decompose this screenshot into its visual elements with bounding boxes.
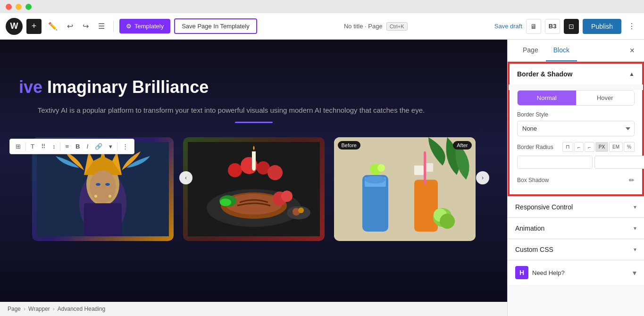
ft-divider [25, 142, 26, 151]
breadcrumb-page[interactable]: Page [8, 306, 21, 312]
image-card-drinks[interactable]: Before After [334, 137, 476, 241]
svg-point-27 [298, 208, 304, 213]
save-templately-button[interactable]: Save Page In Templately [174, 18, 257, 34]
help-logo: H [515, 266, 528, 279]
state-tabs: Normal Hover [517, 90, 635, 106]
b3-button[interactable]: B3 [545, 19, 560, 34]
responsive-control-header[interactable]: Responsive Control ▾ [508, 197, 644, 217]
responsive-chevron-icon: ▾ [634, 204, 636, 210]
breadcrumb-wrapper[interactable]: Wrapper [28, 306, 50, 312]
svg-rect-35 [424, 151, 426, 184]
ft-divider-3 [117, 142, 117, 151]
ft-drag-button[interactable]: ⠿ [38, 141, 49, 152]
keyboard-shortcut: Ctrl+K [386, 22, 408, 31]
heading-accent: ive [19, 77, 42, 97]
ft-more-button[interactable]: ⋮ [119, 141, 131, 152]
carousel-left-arrow[interactable]: ‹ [179, 171, 192, 184]
help-chevron-icon: ▾ [633, 268, 636, 277]
templately-button[interactable]: ⚙ Templately [119, 19, 170, 33]
preview-button[interactable]: 🖥 [526, 19, 541, 34]
ft-dropdown-button[interactable]: ▾ [106, 141, 115, 152]
minimize-button[interactable] [16, 4, 22, 10]
food-illustration [188, 142, 320, 236]
corner-all-button[interactable]: ⊓ [562, 142, 573, 152]
drag-icon: ⠿ [41, 143, 46, 150]
svg-point-6 [96, 183, 100, 186]
panel-tabs: Page Block × [508, 40, 644, 62]
animation-section: Animation ▾ [508, 217, 644, 239]
more-options-button[interactable]: ⋮ [625, 19, 638, 33]
tab-page[interactable]: Page [515, 40, 546, 61]
corner-link-button[interactable]: ⌐ [585, 142, 594, 152]
breadcrumb: Page › Wrapper › Advanced Heading [0, 302, 507, 316]
pencil-button[interactable]: ✏️ [45, 19, 60, 33]
ft-text-button[interactable]: T [28, 141, 37, 152]
svg-point-38 [440, 214, 455, 229]
undo-icon: ↩ [67, 22, 73, 31]
list-view-button[interactable]: ☰ [95, 19, 108, 33]
text-icon: T [31, 143, 34, 150]
border-style-label: Border Style [517, 111, 635, 118]
border-radius-unit-buttons: ⊓ ⌐ ⌐ PX EM % [562, 142, 635, 152]
maximize-button[interactable] [25, 4, 32, 10]
responsive-control-section: Responsive Control ▾ [508, 196, 644, 217]
ft-link-button[interactable]: 🔗 [92, 141, 105, 152]
panel-scroll: Border & Shadow ▲ Normal Hover Border St… [508, 62, 644, 285]
ft-grid-button[interactable]: ⊞ [13, 141, 24, 152]
drinks-illustration [334, 137, 476, 241]
after-badge: After [453, 141, 471, 150]
need-help-section[interactable]: H Need Help? ▾ [508, 260, 644, 285]
custom-css-label: Custom CSS [515, 246, 553, 253]
corner-single-button[interactable]: ⌐ [574, 142, 584, 152]
list-icon: ☰ [98, 22, 105, 31]
custom-css-header[interactable]: Custom CSS ▾ [508, 239, 644, 260]
add-block-button[interactable]: + [26, 19, 42, 34]
settings-button[interactable]: ⊡ [564, 19, 579, 34]
publish-button[interactable]: Publish [583, 19, 621, 34]
svg-point-24 [252, 165, 256, 171]
border-shadow-header[interactable]: Border & Shadow ▲ [509, 63, 643, 84]
pencil-icon: ✏️ [48, 22, 58, 31]
tab-block[interactable]: Block [546, 40, 577, 61]
svg-rect-32 [414, 180, 438, 232]
custom-css-section: Custom CSS ▾ [508, 239, 644, 260]
ft-move-button[interactable]: ↕ [50, 141, 59, 152]
state-tab-normal[interactable]: Normal [518, 91, 576, 105]
responsive-control-label: Responsive Control [515, 203, 573, 211]
breadcrumb-heading[interactable]: Advanced Heading [58, 306, 105, 312]
carousel-right-arrow[interactable]: › [476, 171, 489, 184]
border-style-select[interactable]: None Solid Dashed Dotted Double [517, 121, 635, 136]
redo-button[interactable]: ↪ [80, 19, 92, 33]
box-shadow-edit-icon[interactable]: ✏ [629, 176, 635, 184]
state-tab-hover[interactable]: Hover [576, 91, 635, 105]
custom-css-chevron-icon: ▾ [634, 246, 636, 253]
svg-point-8 [94, 195, 97, 198]
ft-italic-button[interactable]: I [84, 141, 91, 152]
svg-point-19 [228, 163, 242, 177]
save-draft-button[interactable]: Save draft [494, 23, 522, 30]
link-icon: 🔗 [95, 143, 102, 150]
border-radius-row: Border Radius ⊓ ⌐ ⌐ PX EM % [510, 142, 642, 156]
border-radius-tr-input[interactable] [594, 156, 644, 169]
unit-px-button[interactable]: PX [595, 142, 608, 152]
undo-button[interactable]: ↩ [64, 19, 76, 33]
svg-point-5 [90, 170, 116, 203]
panel-close-button[interactable]: × [627, 46, 636, 56]
close-button[interactable] [6, 4, 12, 10]
svg-point-16 [220, 199, 231, 206]
box-shadow-row: Box Shadow ✏ [510, 175, 642, 191]
toolbar-right: Save draft 🖥 B3 ⊡ Publish ⋮ [494, 19, 638, 34]
border-radius-tl-input[interactable] [517, 156, 593, 169]
wp-logo[interactable]: W [6, 18, 23, 35]
border-shadow-title: Border & Shadow [517, 70, 572, 78]
title-bar [0, 0, 644, 13]
unit-em-button[interactable]: EM [609, 142, 623, 152]
animation-header[interactable]: Animation ▾ [508, 218, 644, 239]
svg-rect-33 [414, 166, 424, 175]
before-badge: Before [338, 141, 360, 150]
ft-bold-button[interactable]: B [73, 141, 83, 152]
ft-align-button[interactable]: ≡ [62, 141, 72, 152]
before-after-labels: Before After [334, 141, 476, 150]
unit-percent-button[interactable]: % [624, 142, 635, 152]
main-toolbar: W + ✏️ ↩ ↪ ☰ ⚙ Templately Save Page In T… [0, 13, 644, 40]
